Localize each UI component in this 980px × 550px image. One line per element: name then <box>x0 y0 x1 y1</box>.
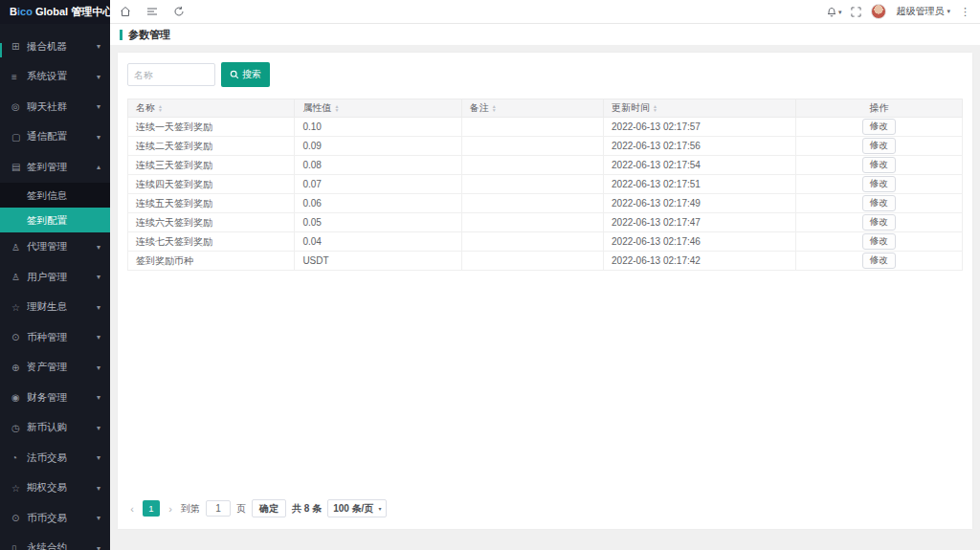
sidebar-item-finance-management[interactable]: ◉财务管理▾ <box>0 383 110 413</box>
content-card: 搜索 名称▲▼属性值▲▼备注▲▼更新时间▲▼操作 连续一天签到奖励0.10202… <box>118 53 972 529</box>
cell-name: 连续三天签到奖励 <box>128 156 295 175</box>
notification-bell-icon[interactable]: ▾ <box>826 6 842 17</box>
column-header-label: 属性值 <box>302 102 331 113</box>
home-icon[interactable] <box>120 6 131 17</box>
chevron-icon: ▾ <box>97 393 100 402</box>
document-icon: ▯ <box>11 543 27 550</box>
page-title: 参数管理 <box>128 28 170 42</box>
sidebar-subitem-checkin-info[interactable]: 签到信息 <box>0 183 110 208</box>
sidebar-menu: ⊞撮合机器▾≡系统设置▾◎聊天社群▾▢通信配置▾▤签到管理▴签到信息签到配置♙代… <box>0 24 110 550</box>
sidebar-item-fiat-trading[interactable]: ◔法币交易▾ <box>0 443 110 473</box>
star-icon: ☆ <box>11 302 27 313</box>
sort-caret-icon[interactable]: ▲▼ <box>653 104 657 112</box>
sidebar-item-options-trading[interactable]: ☆期权交易▾ <box>0 473 110 504</box>
edit-button[interactable]: 修改 <box>862 157 896 173</box>
edit-button[interactable]: 修改 <box>862 233 896 250</box>
sidebar-item-perpetual-contract[interactable]: ▯永续合约▾ <box>0 534 110 550</box>
prev-page-button[interactable]: ‹ <box>127 503 137 515</box>
sidebar-item-asset-management[interactable]: ⊕资产管理▾ <box>0 353 110 384</box>
cell-name: 连续四天签到奖励 <box>128 175 295 194</box>
table-row: 连续一天签到奖励0.102022-06-13 02:17:57修改 <box>128 118 963 137</box>
column-header[interactable]: 属性值▲▼ <box>295 99 461 118</box>
sidebar-item-matching-engine[interactable]: ⊞撮合机器▾ <box>0 32 110 62</box>
total-count-label: 共 8 条 <box>292 502 322 516</box>
sidebar-item-user-management[interactable]: ♙用户管理▾ <box>0 262 110 293</box>
search-button[interactable]: 搜索 <box>221 62 270 87</box>
chevron-icon: ▾ <box>97 453 100 462</box>
star-icon: ☆ <box>11 483 27 494</box>
sort-caret-icon[interactable]: ▲▼ <box>334 104 339 112</box>
chevron-icon: ▾ <box>97 73 100 81</box>
user-caret-icon: ▾ <box>947 8 950 15</box>
calendar-check-icon: ▤ <box>11 162 27 172</box>
chevron-icon: ▾ <box>97 424 100 432</box>
refresh-icon[interactable] <box>173 6 185 17</box>
sidebar-item-system-settings[interactable]: ≡系统设置▾ <box>0 62 110 93</box>
page-title-bar: 参数管理 <box>110 24 980 45</box>
goto-page-input[interactable] <box>206 500 231 517</box>
page-number-button[interactable]: 1 <box>143 500 160 517</box>
phone-icon: ▢ <box>11 132 27 143</box>
sidebar-item-currency-management[interactable]: ⊙币种管理▾ <box>0 322 110 353</box>
more-options-icon[interactable]: ⋮ <box>960 6 970 18</box>
edit-button[interactable]: 修改 <box>862 253 896 269</box>
sidebar-item-chat-community[interactable]: ◎聊天社群▾ <box>0 92 110 122</box>
edit-button[interactable]: 修改 <box>862 176 896 192</box>
chevron-icon: ▾ <box>97 333 100 341</box>
edit-button[interactable]: 修改 <box>862 195 896 211</box>
sidebar-item-new-coin-subscription[interactable]: ◷新币认购▾ <box>0 413 110 444</box>
sidebar-item-checkin-management[interactable]: ▤签到管理▴ <box>0 152 110 183</box>
agent-person-icon: ♙ <box>11 242 27 253</box>
sidebar-item-label: 资产管理 <box>27 361 97 374</box>
sidebar-item-spot-trading[interactable]: ⊙币币交易▾ <box>0 503 110 534</box>
brand-part-rest: Global 管理中心 <box>33 6 110 17</box>
sidebar-item-label: 系统设置 <box>27 70 97 83</box>
cell-action: 修改 <box>795 232 962 252</box>
edit-button[interactable]: 修改 <box>862 119 896 135</box>
cell-value: 0.09 <box>295 137 461 156</box>
cell-action: 修改 <box>795 137 962 156</box>
user-menu[interactable]: 超级管理员▾ <box>896 5 950 18</box>
search-input[interactable] <box>127 63 215 86</box>
table-row: 连续六天签到奖励0.052022-06-13 02:17:47修改 <box>128 213 963 232</box>
chevron-icon: ▾ <box>97 102 100 111</box>
edit-button[interactable]: 修改 <box>862 138 896 154</box>
topbar-left <box>120 6 185 17</box>
chevron-icon: ▾ <box>97 42 100 51</box>
sort-caret-icon[interactable]: ▲▼ <box>158 104 163 112</box>
table-body: 连续一天签到奖励0.102022-06-13 02:17:57修改连续二天签到奖… <box>128 118 963 271</box>
cell-remark <box>461 137 603 156</box>
cell-updated: 2022-06-13 02:17:49 <box>604 194 796 213</box>
chevron-icon: ▾ <box>97 243 100 252</box>
cell-updated: 2022-06-13 02:17:51 <box>604 175 796 194</box>
sort-caret-icon[interactable]: ▲▼ <box>492 104 497 112</box>
sidebar-item-agent-management[interactable]: ♙代理管理▾ <box>0 232 110 263</box>
next-page-button[interactable]: › <box>166 503 175 515</box>
column-header[interactable]: 更新时间▲▼ <box>604 99 796 118</box>
edit-button[interactable]: 修改 <box>862 214 896 231</box>
menu-list-icon[interactable] <box>146 6 158 17</box>
sidebar-item-wealth-interest[interactable]: ☆理财生息▾ <box>0 293 110 323</box>
sidebar-item-label: 新币认购 <box>27 421 97 434</box>
sidebar: Bico Global 管理中心 ⊞撮合机器▾≡系统设置▾◎聊天社群▾▢通信配置… <box>0 0 110 550</box>
goto-confirm-button[interactable]: 确定 <box>252 499 286 517</box>
column-header-label: 备注 <box>470 102 489 113</box>
sidebar-item-label: 聊天社群 <box>27 100 97 114</box>
search-row: 搜索 <box>127 62 963 87</box>
title-accent-bar <box>120 30 122 40</box>
column-header[interactable]: 备注▲▼ <box>461 99 603 118</box>
user-avatar[interactable] <box>871 4 886 19</box>
page-size-caret-icon: ▾ <box>378 505 381 512</box>
chevron-icon: ▾ <box>97 514 100 522</box>
sidebar-item-label: 用户管理 <box>27 271 97 284</box>
bell-caret-icon: ▾ <box>838 9 842 15</box>
column-header[interactable]: 名称▲▼ <box>128 99 295 118</box>
chevron-icon: ▾ <box>97 363 100 372</box>
sidebar-item-communication-config[interactable]: ▢通信配置▾ <box>0 122 110 153</box>
fullscreen-icon[interactable] <box>851 7 861 17</box>
sidebar-subitem-checkin-config[interactable]: 签到配置 <box>0 208 110 232</box>
sidebar-item-label: 期权交易 <box>27 481 97 495</box>
chevron-icon: ▾ <box>97 544 100 550</box>
page-size-select[interactable]: 100 条/页▾ <box>327 499 387 517</box>
table-header-row: 名称▲▼属性值▲▼备注▲▼更新时间▲▼操作 <box>128 99 963 118</box>
